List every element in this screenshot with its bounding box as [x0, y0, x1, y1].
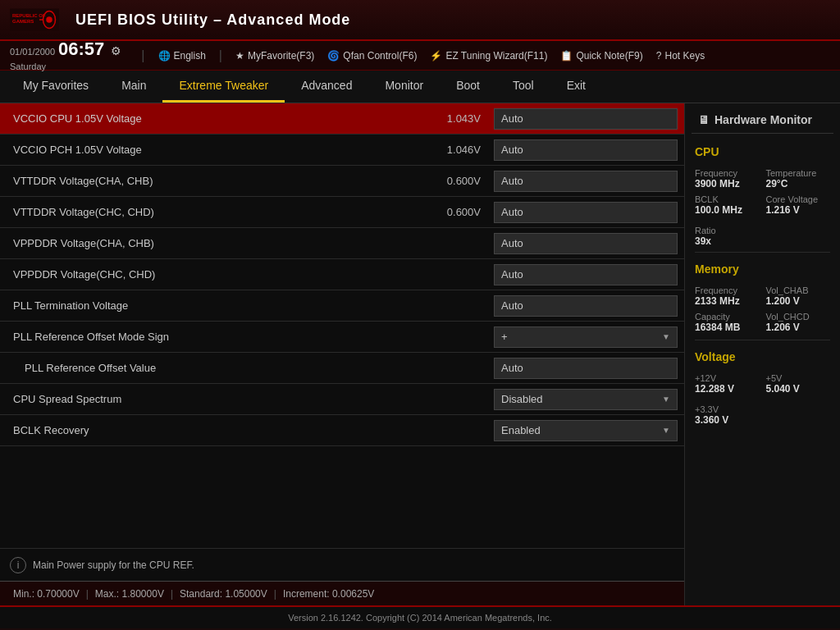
row-control-vppddr-chc-chd[interactable]: Auto [487, 261, 684, 289]
row-control-vttddr-chc-chd[interactable]: Auto [487, 199, 684, 226]
nav-item-boot[interactable]: Boot [440, 71, 496, 103]
cpu-ratio-label: Ratio [695, 222, 830, 235]
nav-item-monitor[interactable]: Monitor [368, 71, 440, 103]
status-bar: Min.: 0.70000V | Max.: 1.80000V | Standa… [0, 581, 684, 605]
table-row: VPPDDR Voltage(CHC, CHD) Auto [0, 259, 684, 290]
memory-section-title: Memory [692, 258, 833, 279]
mem-freq-value: 2133 MHz [695, 295, 760, 307]
pll-term-input[interactable]: Auto [494, 295, 678, 317]
row-label-pll-value: PLL Reference Offset Value [0, 357, 422, 379]
row-control-vppddr-cha-chb[interactable]: Auto [487, 230, 684, 258]
cpu-freq-label: Frequency [695, 165, 760, 178]
cpu-stats: Frequency 3900 MHz Temperature 29°C BCLK… [692, 165, 833, 216]
quick-note-button[interactable]: 📋 Quick Note(F9) [560, 50, 642, 62]
row-label-pll-term: PLL Termination Voltage [0, 294, 422, 317]
fan-icon: 🌀 [327, 50, 340, 62]
mem-freq-label: Frequency [695, 282, 760, 295]
main-content: VCCIO CPU 1.05V Voltage 1.043V Auto VCCI… [0, 103, 840, 605]
status-max: Max.: 1.80000V [95, 588, 164, 600]
table-row: PLL Reference Offset Mode Sign + ▼ [0, 322, 684, 353]
row-control-bclk-recovery[interactable]: Enabled ▼ [487, 417, 684, 445]
vccio-pch-input[interactable]: Auto [494, 139, 678, 161]
table-row: VTTDDR Voltage(CHC, CHD) 0.600V Auto [0, 197, 684, 228]
mem-vol-chab-label: Vol_CHAB [766, 282, 831, 295]
status-min: Min.: 0.70000V [13, 588, 80, 600]
hot-keys-button[interactable]: ? Hot Keys [656, 50, 705, 62]
toolbar: 01/01/2000 06:57 ⚙ Saturday | 🌐 English … [0, 41, 840, 71]
row-label-vccio-cpu: VCCIO CPU 1.05V Voltage [0, 107, 422, 130]
cpu-memory-divider [695, 252, 830, 253]
nav-item-exit[interactable]: Exit [550, 71, 602, 103]
vppddr-cha-chb-input[interactable]: Auto [494, 233, 678, 254]
mem-vol-chcd-label: Vol_CHCD [766, 308, 831, 322]
note-icon: 📋 [560, 50, 573, 62]
ez-icon: ⚡ [430, 50, 442, 62]
row-label-vttddr-cha-chb: VTTDDR Voltage(CHA, CHB) [0, 170, 422, 192]
info-text: Main Power supply for the CPU REF. [33, 559, 194, 571]
nav-item-my-favorites[interactable]: My Favorites [7, 71, 105, 103]
footer: Version 2.16.1242. Copyright (C) 2014 Am… [0, 605, 840, 628]
vccio-cpu-input[interactable]: Auto [494, 108, 678, 130]
row-control-pll-value[interactable]: Auto [487, 354, 684, 382]
nav-item-main[interactable]: Main [105, 71, 162, 103]
settings-area: VCCIO CPU 1.05V Voltage 1.043V Auto VCCI… [0, 103, 684, 548]
cpu-bclk-label: BCLK [695, 191, 760, 204]
v12-value: 12.288 V [695, 383, 760, 395]
row-label-pll-sign: PLL Reference Offset Mode Sign [0, 326, 422, 348]
memory-voltage-divider [695, 340, 830, 340]
rog-logo-icon: REPUBLIC OF GAMERS [10, 7, 59, 33]
myfavorite-button[interactable]: ★ MyFavorite(F3) [235, 50, 314, 62]
row-control-vccio-cpu[interactable]: Auto [487, 105, 684, 133]
row-control-pll-term[interactable]: Auto [487, 292, 684, 320]
svg-text:GAMERS: GAMERS [12, 19, 34, 24]
cpu-freq-value: 3900 MHz [695, 178, 760, 189]
row-label-vttddr-chc-chd: VTTDDR Voltage(CHC, CHD) [0, 201, 422, 223]
cpu-temp-value: 29°C [766, 178, 831, 189]
mem-capacity-label: Capacity [695, 308, 760, 322]
cpu-bclk-value: 100.0 MHz [695, 204, 760, 216]
logo-area: REPUBLIC OF GAMERS [10, 7, 59, 33]
row-value-vttddr-cha-chb: 0.600V [422, 175, 487, 187]
vttddr-chc-chd-input[interactable]: Auto [494, 202, 678, 223]
memory-stats: Frequency 2133 MHz Vol_CHAB 1.200 V Capa… [692, 282, 833, 333]
globe-icon: 🌐 [158, 50, 171, 62]
nav-item-extreme-tweaker[interactable]: Extreme Tweaker [162, 71, 285, 103]
row-control-vccio-pch[interactable]: Auto [487, 136, 684, 164]
info-bar: i Main Power supply for the CPU REF. [0, 548, 684, 581]
row-control-vttddr-cha-chb[interactable]: Auto [487, 167, 684, 195]
row-control-pll-sign[interactable]: + ▼ [487, 323, 684, 351]
info-icon: i [10, 557, 26, 573]
ez-tuning-button[interactable]: ⚡ EZ Tuning Wizard(F11) [430, 50, 547, 62]
cpu-spread-select[interactable]: Disabled ▼ [494, 389, 678, 410]
svg-point-4 [46, 16, 52, 23]
voltage-section-title: Voltage [692, 345, 833, 367]
v5-value: 5.040 V [766, 383, 831, 395]
svg-text:REPUBLIC OF: REPUBLIC OF [12, 13, 46, 18]
bclk-recovery-select[interactable]: Enabled ▼ [494, 420, 678, 441]
nav-item-tool[interactable]: Tool [496, 71, 550, 103]
row-label-bclk-recovery: BCLK Recovery [0, 419, 422, 441]
table-row: CPU Spread Spectrum Disabled ▼ [0, 384, 684, 415]
language-selector[interactable]: 🌐 English [158, 50, 206, 62]
row-label-vccio-pch: VCCIO PCH 1.05V Voltage [0, 139, 422, 161]
qfan-button[interactable]: 🌀 Qfan Control(F6) [327, 50, 417, 62]
monitor-screen-icon: 🖥 [698, 113, 710, 126]
vppddr-chc-chd-input[interactable]: Auto [494, 264, 678, 285]
nav-item-advanced[interactable]: Advanced [285, 71, 368, 103]
cpu-core-volt-value: 1.216 V [766, 204, 831, 216]
v33-value: 3.360 V [695, 414, 830, 426]
hotkeys-icon: ? [656, 50, 662, 62]
pll-value-input[interactable]: Auto [494, 358, 678, 379]
vttddr-cha-chb-input[interactable]: Auto [494, 171, 678, 192]
cpu-section-title: CPU [692, 140, 833, 162]
row-label-vppddr-cha-chb: VPPDDR Voltage(CHA, CHB) [0, 232, 422, 254]
chevron-down-icon: ▼ [662, 332, 670, 341]
table-row: VTTDDR Voltage(CHA, CHB) 0.600V Auto [0, 166, 684, 197]
mem-vol-chcd-value: 1.206 V [766, 322, 831, 333]
row-control-cpu-spread[interactable]: Disabled ▼ [487, 386, 684, 413]
pll-sign-select[interactable]: + ▼ [494, 326, 678, 348]
mem-vol-chab-value: 1.200 V [766, 295, 831, 307]
gear-icon[interactable]: ⚙ [111, 44, 121, 57]
table-row: VCCIO PCH 1.05V Voltage 1.046V Auto [0, 135, 684, 166]
header: REPUBLIC OF GAMERS UEFI BIOS Utility – A… [0, 0, 840, 41]
